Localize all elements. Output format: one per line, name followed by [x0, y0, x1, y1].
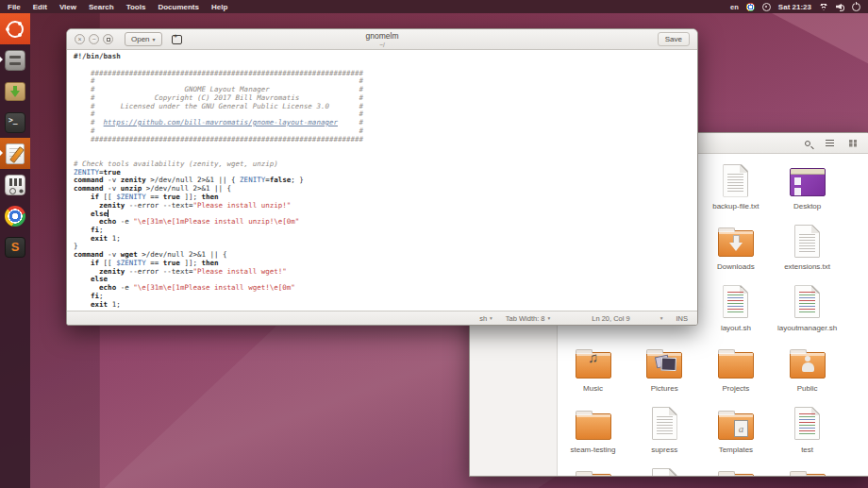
- session-gear-icon[interactable]: [762, 3, 771, 11]
- file-item-backup-file.txt[interactable]: backup-file.txt: [700, 160, 771, 220]
- menu-search[interactable]: Search: [89, 3, 114, 11]
- folder-pictures-emblem-icon: [655, 355, 670, 369]
- file-label: extensions.txt: [772, 262, 843, 271]
- open-button-label: Open: [131, 35, 150, 43]
- clock-indicator[interactable]: Sat 21:23: [778, 3, 811, 11]
- open-button[interactable]: Open ▾: [125, 32, 162, 46]
- new-document-icon[interactable]: [172, 35, 182, 44]
- terminal-icon: >_: [5, 112, 25, 133]
- folder-templates-icon: a: [718, 413, 754, 440]
- file-item-Desktop[interactable]: Desktop: [772, 160, 843, 220]
- menu-view[interactable]: View: [59, 3, 76, 11]
- code-line: echo -e "\e[31m\e[1mPlease install unzip…: [74, 218, 697, 227]
- window-title-box: gnomelm ~/: [366, 31, 399, 48]
- text-file-icon: [652, 468, 677, 478]
- sublime-icon: S: [5, 237, 25, 258]
- list-view-icon[interactable]: [826, 140, 834, 147]
- menu-documents[interactable]: Documents: [158, 3, 199, 11]
- file-item[interactable]: [772, 463, 843, 477]
- file-label: Desktop: [772, 202, 843, 210]
- file-item[interactable]: [700, 463, 771, 477]
- tab-width-selector[interactable]: Tab Width: 8▾: [506, 314, 550, 323]
- folder-icon: [576, 413, 611, 440]
- file-item-steam-testing[interactable]: steam-testing: [558, 403, 628, 463]
- software-updater-launcher[interactable]: [0, 76, 30, 107]
- file-item-layout.sh[interactable]: layout.sh: [700, 281, 771, 342]
- gedit-headerbar: × − Open ▾ gnomelm ~/ Save: [67, 29, 697, 50]
- code-editor-area[interactable]: #!/bin/bash ############################…: [67, 50, 697, 311]
- files-launcher[interactable]: [0, 44, 30, 76]
- insert-mode-indicator: INS: [676, 314, 688, 323]
- running-indicator-arrow: [0, 57, 3, 62]
- close-icon[interactable]: ×: [75, 34, 85, 44]
- network-icon[interactable]: [819, 3, 828, 10]
- sublime-launcher[interactable]: S: [0, 231, 30, 262]
- file-item-test[interactable]: test: [772, 403, 843, 463]
- menu-help[interactable]: Help: [211, 3, 227, 11]
- maximize-icon[interactable]: [103, 34, 113, 44]
- folder-download-icon: [718, 230, 754, 257]
- cabinet-icon: [5, 50, 25, 71]
- file-item[interactable]: [629, 463, 700, 477]
- folder-public-emblem-icon: [802, 356, 814, 373]
- menu-edit[interactable]: Edit: [33, 3, 47, 11]
- menu-file[interactable]: File: [8, 3, 21, 11]
- chevron-down-icon[interactable]: ▾: [660, 315, 663, 321]
- grid-view-icon[interactable]: [849, 140, 857, 147]
- file-item[interactable]: [558, 463, 628, 477]
- file-label: test: [772, 446, 843, 454]
- file-item-Templates[interactable]: aTemplates: [700, 403, 771, 463]
- folder-templates-emblem-icon: a: [734, 420, 748, 437]
- volume-icon[interactable]: [836, 3, 844, 11]
- file-label: steam-testing: [558, 446, 628, 454]
- file-label: Templates: [700, 446, 771, 454]
- language-selector[interactable]: sh▾: [479, 314, 492, 323]
- folder-pictures-icon: [646, 352, 682, 379]
- file-item-Music[interactable]: ♫Music: [558, 342, 628, 402]
- power-icon[interactable]: [852, 3, 860, 11]
- window-title: gnomelm: [366, 31, 399, 41]
- chrome-icon: [5, 206, 25, 227]
- folder-download-emblem-icon: [729, 235, 743, 252]
- save-button[interactable]: Save: [658, 32, 690, 46]
- keyboard-indicator[interactable]: en: [730, 3, 739, 11]
- folder-music-emblem-icon: ♫: [576, 349, 610, 365]
- file-item-supress[interactable]: supress: [629, 403, 700, 463]
- chevron-down-icon: ▾: [153, 36, 156, 42]
- gedit-launcher[interactable]: [0, 138, 30, 169]
- code-line: echo -e "\e[31m\e[1mPlease install wget!…: [74, 284, 697, 293]
- script-file-icon: [794, 285, 820, 318]
- file-label: Projects: [700, 384, 771, 393]
- script-file-icon: [723, 285, 748, 318]
- top-panel: FileEditViewSearchToolsDocumentsHelp en …: [0, 0, 868, 13]
- file-item-Public[interactable]: Public: [772, 342, 843, 402]
- file-item-Projects[interactable]: Projects: [700, 342, 771, 402]
- code-line: exit 1;: [74, 301, 697, 310]
- code-line: [74, 143, 697, 152]
- minimize-icon[interactable]: −: [89, 34, 99, 44]
- gedit-window[interactable]: × − Open ▾ gnomelm ~/ Save #!/bin/bash #…: [66, 28, 698, 326]
- file-item-extensions.txt[interactable]: extensions.txt: [772, 220, 843, 280]
- folder-videos-icon: [718, 474, 754, 477]
- script-file-icon: [794, 407, 820, 440]
- code-line: exit 1;: [74, 235, 697, 244]
- ubuntu-bfb-button[interactable]: [0, 13, 30, 44]
- file-item-Pictures[interactable]: Pictures: [629, 342, 700, 402]
- menu-tools[interactable]: Tools: [126, 3, 146, 11]
- chrome-indicator-icon[interactable]: [746, 3, 755, 11]
- unity-launcher: >_S: [0, 13, 30, 488]
- folder-icon: [790, 474, 826, 477]
- file-label: supress: [629, 446, 700, 454]
- tweak-icon: [5, 175, 25, 195]
- code-line: #!/bin/bash: [74, 53, 697, 61]
- terminal-launcher[interactable]: >_: [0, 107, 30, 138]
- text-file-icon: [723, 164, 748, 197]
- file-label: Downloads: [700, 262, 771, 271]
- tweak-tool-launcher[interactable]: [0, 169, 30, 200]
- file-item-Downloads[interactable]: Downloads: [700, 220, 771, 280]
- file-item-layoutmanager.sh[interactable]: layoutmanager.sh: [772, 281, 843, 342]
- indicator-area: en Sat 21:23: [730, 3, 868, 11]
- chrome-launcher[interactable]: [0, 200, 30, 231]
- file-label: layoutmanager.sh: [772, 324, 843, 332]
- search-icon[interactable]: [805, 141, 810, 146]
